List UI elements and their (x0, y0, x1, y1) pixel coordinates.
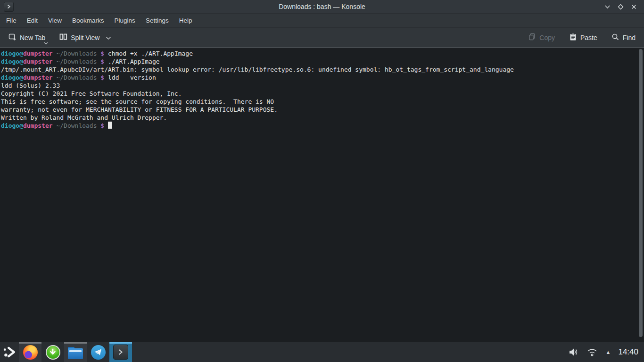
menu-bookmarks[interactable]: Bookmarks (67, 14, 109, 27)
find-button[interactable]: Find (608, 30, 639, 45)
copy-button[interactable]: Copy (524, 30, 559, 45)
window-controls (603, 2, 644, 11)
new-tab-icon (8, 33, 17, 42)
wifi-icon[interactable] (586, 347, 598, 357)
taskbar-item-download-manager[interactable] (41, 342, 64, 362)
taskbar: ▲ 14:40 (0, 342, 644, 362)
app-launcher-icon (2, 345, 17, 360)
new-tab-label: New Tab (20, 34, 45, 41)
taskbar-item-telegram[interactable] (87, 342, 109, 362)
terminal-cursor (108, 122, 112, 129)
split-view-icon (59, 33, 67, 42)
maximize-button-icon[interactable] (616, 2, 625, 11)
terminal-line: Copyright (C) 2021 Free Software Foundat… (1, 90, 637, 98)
menu-view[interactable]: View (43, 14, 67, 27)
taskbar-item-firefox[interactable] (19, 342, 41, 362)
terminal-line: diogo@dumpster ~/Downloads $ ldd --versi… (1, 74, 637, 82)
menu-file[interactable]: File (1, 14, 22, 27)
window-titlebar[interactable]: Downloads : bash — Konsole (0, 0, 644, 14)
split-view-caret-icon (106, 34, 111, 41)
terminal-line: warranty; not even for MERCHANTABILITY o… (1, 106, 637, 114)
download-manager-icon (46, 345, 60, 360)
new-tab-menu-caret-icon (44, 39, 48, 46)
terminal-line: ldd (Solus) 2.33 (1, 82, 637, 90)
terminal-view[interactable]: diogo@dumpster ~/Downloads $ chmod +x ./… (0, 48, 644, 341)
terminal-line: diogo@dumpster ~/Downloads $ (1, 122, 637, 130)
taskbar-item-file-manager[interactable] (64, 342, 87, 362)
window-title: Downloads : bash — Konsole (0, 3, 644, 10)
menu-plugins[interactable]: Plugins (109, 14, 140, 27)
toolbar-right-group: Copy Paste Find (524, 30, 639, 45)
system-tray: ▲ 14:40 (568, 342, 644, 362)
terminal-output: diogo@dumpster ~/Downloads $ chmod +x ./… (0, 48, 644, 130)
konsole-icon (113, 345, 128, 360)
find-label: Find (623, 34, 636, 41)
volume-icon[interactable] (568, 347, 578, 357)
split-view-label: Split View (71, 34, 99, 41)
paste-icon (569, 33, 577, 42)
terminal-scrollbar-thumb[interactable] (639, 49, 643, 337)
minimize-button-icon[interactable] (603, 2, 612, 11)
terminal-scrollbar[interactable] (638, 49, 643, 340)
desktop: Downloads : bash — Konsole File Edit Vie… (0, 0, 644, 362)
clock: 14:40 (618, 347, 638, 357)
terminal-line: diogo@dumpster ~/Downloads $ chmod +x ./… (1, 49, 637, 58)
firefox-icon (23, 345, 38, 360)
toolbar: New Tab Split View Copy (0, 28, 644, 47)
menubar: File Edit View Bookmarks Plugins Setting… (0, 14, 644, 28)
menu-help[interactable]: Help (174, 14, 198, 27)
paste-label: Paste (580, 34, 597, 41)
copy-icon (528, 33, 536, 42)
split-view-button[interactable]: Split View (56, 30, 115, 45)
app-launcher-button[interactable] (0, 342, 19, 362)
terminal-line: diogo@dumpster ~/Downloads $ ./ART.AppIm… (1, 58, 637, 66)
telegram-icon (91, 345, 106, 360)
terminal-line: Written by Roland McGrath and Ulrich Dre… (1, 114, 637, 122)
copy-label: Copy (539, 34, 555, 41)
terminal-line: /tmp/.mount_ART.ApubcDIv/art/ART.bin: sy… (1, 66, 637, 74)
file-manager-icon (68, 347, 83, 359)
menu-settings[interactable]: Settings (140, 14, 174, 27)
tray-expand-icon[interactable]: ▲ (606, 349, 611, 355)
konsole-window-icon (4, 2, 14, 12)
menu-edit[interactable]: Edit (22, 14, 43, 27)
taskbar-item-konsole[interactable] (109, 342, 132, 362)
terminal-line: This is free software; see the source fo… (1, 98, 637, 106)
close-button-icon[interactable] (629, 2, 638, 11)
new-tab-button[interactable]: New Tab (5, 30, 49, 45)
paste-button[interactable]: Paste (565, 30, 601, 45)
find-icon (611, 33, 619, 42)
